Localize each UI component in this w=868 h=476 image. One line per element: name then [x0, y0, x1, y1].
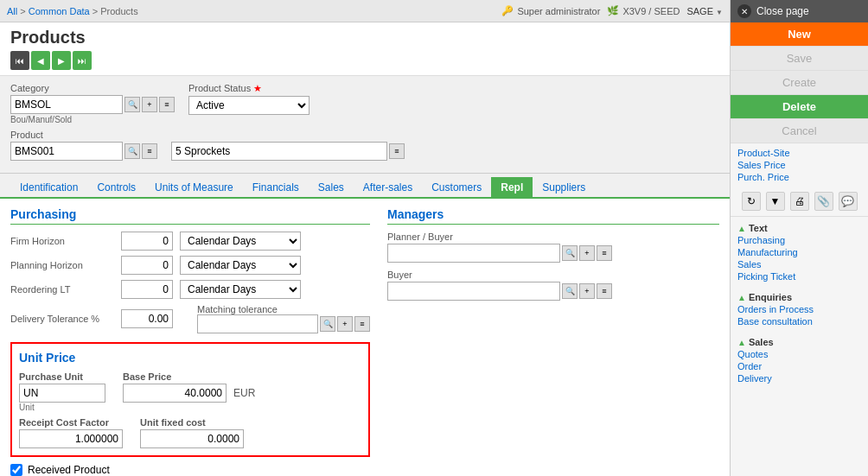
page-title: Products [10, 28, 719, 48]
chat-icon[interactable]: 💬 [839, 192, 858, 211]
dropdown-icon[interactable]: ▼ [766, 192, 785, 211]
nav-arrows: ⏮ ◀ ▶ ⏭ [10, 51, 719, 70]
reordering-lt-label: Reordering LT [10, 284, 114, 295]
create-button[interactable]: Create [731, 71, 868, 95]
buyer-input[interactable] [387, 282, 560, 301]
planning-horizon-unit-select[interactable]: Calendar Days [180, 256, 301, 275]
product-label: Product [10, 130, 157, 140]
unit-fixed-cost-input[interactable] [140, 429, 244, 448]
close-icon: ✕ [737, 4, 751, 18]
sidebar-picking-ticket-link[interactable]: Picking Ticket [737, 270, 861, 282]
tab-customers[interactable]: Customers [422, 177, 491, 197]
sales-section-label: ▲ Sales [737, 334, 861, 348]
cancel-button[interactable]: Cancel [731, 119, 868, 143]
received-product-checkbox[interactable] [10, 464, 22, 476]
product-name-input[interactable] [171, 142, 387, 161]
tab-sales[interactable]: Sales [309, 177, 354, 197]
save-button[interactable]: Save [731, 47, 868, 71]
tab-financials[interactable]: Financials [243, 177, 309, 197]
unit-fixed-cost-field: Unit fixed cost [140, 417, 244, 448]
purchase-unit-input[interactable] [19, 384, 105, 403]
leaf-icon: 🌿 [607, 5, 619, 16]
sidebar-purch-price-link[interactable]: Purch. Price [737, 171, 861, 183]
planner-buyer-input-group: 🔍 + ≡ [387, 244, 719, 263]
category-input[interactable] [10, 95, 123, 114]
base-price-input[interactable] [123, 384, 227, 403]
sidebar-orders-in-process-link[interactable]: Orders in Process [737, 303, 861, 315]
product-input[interactable] [10, 142, 123, 161]
sidebar-sales-price-link[interactable]: Sales Price [737, 159, 861, 171]
product-status-field: Product Status ★ Active [188, 83, 310, 115]
product-search-icon[interactable]: 🔍 [124, 143, 140, 159]
buyer-search-icon[interactable]: 🔍 [562, 283, 578, 299]
sidebar-actions: ↻ ▼ 🖨 📎 💬 [731, 187, 868, 217]
category-search-icon[interactable]: 🔍 [124, 97, 140, 112]
tab-controls[interactable]: Controls [87, 177, 145, 197]
sidebar-manufacturing-link[interactable]: Manufacturing [737, 246, 861, 258]
matching-add-icon[interactable]: + [337, 316, 353, 332]
close-page-button[interactable]: ✕ Close page [731, 0, 868, 22]
received-product-label: Received Product [28, 464, 110, 476]
nav-next-button[interactable]: ▶ [52, 51, 71, 70]
tab-repl[interactable]: Repl [491, 177, 533, 197]
buyer-list-icon[interactable]: ≡ [597, 283, 612, 299]
matching-search-icon[interactable]: 🔍 [320, 316, 335, 332]
sidebar-sales-link[interactable]: Sales [737, 258, 861, 270]
reordering-lt-unit-select[interactable]: Calendar Days [180, 280, 301, 299]
nav-last-button[interactable]: ⏭ [73, 51, 92, 70]
base-price-field: Base Price EUR [123, 371, 255, 412]
receipt-cost-input[interactable] [19, 429, 123, 448]
sage-dropdown[interactable]: SAGE ▼ [686, 6, 723, 16]
planner-search-icon[interactable]: 🔍 [562, 245, 578, 261]
new-button[interactable]: New [731, 22, 868, 47]
matching-tolerance-group: Matching tolerance 🔍 + ≡ [197, 304, 370, 333]
planner-list-icon[interactable]: ≡ [597, 245, 612, 261]
firm-horizon-input[interactable] [121, 232, 173, 251]
category-add-icon[interactable]: + [142, 97, 157, 112]
print-icon[interactable]: 🖨 [790, 192, 809, 211]
tab-after-sales[interactable]: After-sales [354, 177, 422, 197]
sidebar-quotes-link[interactable]: Quotes [737, 348, 861, 360]
firm-horizon-unit-select[interactable]: Calendar Days [180, 232, 301, 251]
buyer-add-icon[interactable]: + [579, 283, 595, 299]
sidebar-product-site-link[interactable]: Product-Site [737, 147, 861, 159]
sidebar-delivery-link[interactable]: Delivery [737, 372, 861, 384]
top-bar: All > Common Data > Products 🔑 Super adm… [0, 0, 730, 22]
sales-section-title: Sales [749, 337, 774, 347]
planner-add-icon[interactable]: + [579, 245, 595, 261]
breadcrumb-all[interactable]: All [7, 6, 17, 16]
nav-prev-button[interactable]: ◀ [31, 51, 50, 70]
unit-price-title: Unit Price [19, 351, 361, 365]
planning-horizon-input[interactable] [121, 256, 173, 275]
matching-list-icon[interactable]: ≡ [354, 316, 370, 332]
sidebar-base-consultation-link[interactable]: Base consultation [737, 315, 861, 327]
planner-buyer-input[interactable] [387, 244, 560, 263]
managers-title: Managers [387, 207, 719, 225]
form-row-2: Product 🔍 ≡ ≡ [10, 130, 719, 161]
tab-suppliers[interactable]: Suppliers [533, 177, 595, 197]
product-field: Product 🔍 ≡ [10, 130, 157, 161]
category-field: Category 🔍 + ≡ Bou/Manuf/Sold [10, 83, 175, 124]
delete-button[interactable]: Delete [731, 95, 868, 119]
refresh-icon[interactable]: ↻ [742, 192, 761, 211]
sidebar-purchasing-link[interactable]: Purchasing [737, 234, 861, 246]
product-name-icon[interactable]: ≡ [389, 143, 405, 159]
reordering-lt-input[interactable] [121, 280, 173, 299]
tab-units-of-measure[interactable]: Units of Measure [145, 177, 243, 197]
product-name-field: ≡ [171, 130, 405, 161]
delivery-tolerance-input[interactable] [121, 309, 173, 328]
breadcrumb-common-data[interactable]: Common Data [29, 6, 90, 16]
up-row-1: Purchase Unit Unit Base Price EUR [19, 371, 361, 412]
sidebar-order-link[interactable]: Order [737, 360, 861, 372]
nav-first-button[interactable]: ⏮ [10, 51, 29, 70]
currency-label: EUR [233, 387, 255, 399]
tab-identification[interactable]: Identification [10, 177, 87, 197]
matching-tolerance-input[interactable] [197, 314, 318, 333]
attachment-icon[interactable]: 📎 [814, 192, 833, 211]
enquiries-section-title: Enquiries [749, 292, 792, 302]
product-status-label: Product Status ★ [188, 83, 310, 94]
product-status-select[interactable]: Active [188, 96, 310, 115]
version-badge: 🌿 X3V9 / SEED [607, 5, 680, 16]
category-list-icon[interactable]: ≡ [159, 97, 175, 112]
product-list-icon[interactable]: ≡ [142, 143, 157, 159]
